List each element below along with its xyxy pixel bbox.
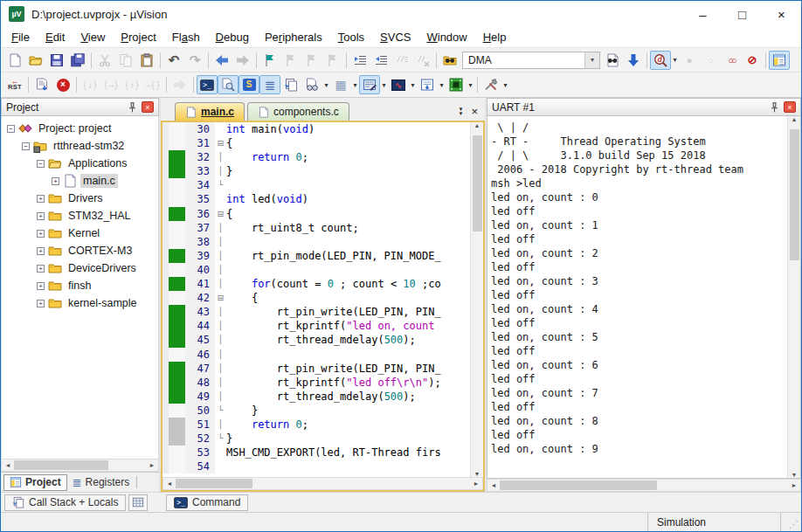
scroll-thumb[interactable] <box>176 479 252 488</box>
system-viewer-dropdown[interactable]: ▾ <box>438 81 446 89</box>
expander-plus-icon[interactable]: + <box>37 195 45 203</box>
close-document-icon[interactable]: × <box>471 106 478 117</box>
window-list-icon[interactable]: ▼▼ <box>458 107 463 115</box>
expander-minus-icon[interactable]: − <box>37 160 45 168</box>
call-stack-window-button[interactable] <box>280 75 301 94</box>
menu-debug[interactable]: Debug <box>208 29 257 45</box>
watch-windows-dropdown[interactable]: ▾ <box>322 81 330 89</box>
uart-hscrollbar[interactable]: ◄ ► <box>487 479 801 492</box>
expander-plus-icon[interactable]: + <box>37 265 45 273</box>
code-line-36[interactable]: 36⊟{ <box>162 207 470 221</box>
code-line-52[interactable]: 52└} <box>162 432 470 446</box>
tree-item-main-c[interactable]: +main.c <box>2 172 158 190</box>
analysis-windows-button[interactable]: ∿ <box>388 75 409 94</box>
outdent-button[interactable] <box>370 51 391 70</box>
bookmark-toggle-button[interactable] <box>259 51 280 70</box>
disassembly-window-toggle[interactable] <box>218 75 239 94</box>
tab-main-c[interactable]: main.c <box>175 102 245 121</box>
code-line-44[interactable]: 44│ rt_kprintf("led on, count <box>162 319 470 333</box>
code-line-53[interactable]: 53MSH_CMD_EXPORT(led, RT-Thread firs <box>162 446 470 459</box>
paste-button[interactable] <box>136 51 157 70</box>
code-line-49[interactable]: 49│ rt_thread_mdelay(500); <box>162 390 470 404</box>
menu-svcs[interactable]: SVCS <box>372 29 418 45</box>
memory-window-tab[interactable] <box>128 494 148 511</box>
registers-window-toggle[interactable]: ≣ <box>259 75 280 94</box>
close-button[interactable]: × <box>762 1 801 27</box>
scroll-up-icon[interactable]: ▲ <box>792 116 798 122</box>
code-line-30[interactable]: 30int main(void) <box>162 122 470 136</box>
code-line-45[interactable]: 45│ rt_thread_mdelay(500); <box>162 333 470 347</box>
code-line-31[interactable]: 31⊟{ <box>162 136 470 150</box>
serial-windows-dropdown[interactable]: ▾ <box>380 81 388 89</box>
tab-call-stack-locals[interactable]: Call Stack + Locals <box>4 494 126 511</box>
kill-all-breakpoints-button[interactable]: ⊘ <box>742 51 763 70</box>
project-tree[interactable]: −Project: project−rtthread-stm32−Applica… <box>1 116 159 459</box>
menu-edit[interactable]: Edit <box>38 29 73 45</box>
code-line-43[interactable]: 43│ rt_pin_write(LED_PIN, PIN_ <box>162 305 470 319</box>
incremental-find-button[interactable] <box>623 51 644 70</box>
target-select-combo[interactable]: DMA ▾ <box>462 52 600 69</box>
expander-minus-icon[interactable]: − <box>7 125 15 133</box>
save-all-button[interactable] <box>67 51 88 70</box>
tab-components-c[interactable]: components.c <box>247 102 349 121</box>
debug-session-dropdown[interactable]: ▾ <box>671 56 679 64</box>
tree-item-applications[interactable]: −Applications <box>2 155 158 172</box>
reset-button[interactable]: ← RST <box>4 75 25 94</box>
scroll-thumb[interactable] <box>790 129 799 260</box>
open-file-button[interactable] <box>25 51 46 70</box>
project-hscrollbar[interactable]: ◄ ► <box>1 459 159 472</box>
code-line-37[interactable]: 37│ rt_uint8_t count; <box>162 221 470 235</box>
scroll-thumb[interactable] <box>14 460 108 470</box>
scroll-left-icon[interactable]: ◄ <box>163 480 176 487</box>
system-viewer-button[interactable] <box>417 75 438 94</box>
find-in-files-doc-button[interactable] <box>602 51 623 70</box>
scroll-right-icon[interactable]: ► <box>788 482 800 488</box>
undo-button[interactable]: ↶ <box>163 51 184 70</box>
scroll-left-icon[interactable]: ◄ <box>2 462 14 468</box>
uart-output[interactable]: \ | /- RT - Thread Operating System / | … <box>487 116 787 478</box>
expander-plus-icon[interactable]: + <box>52 177 59 185</box>
toolbox-dropdown[interactable]: ▾ <box>467 81 474 89</box>
code-line-40[interactable]: 40│ <box>162 263 470 277</box>
editor-hscrollbar[interactable]: ◄ ► <box>162 477 483 490</box>
toolbox-button[interactable] <box>446 75 467 94</box>
expander-plus-icon[interactable]: + <box>37 230 45 238</box>
tree-item-project-project[interactable]: −Project: project <box>2 120 158 137</box>
tree-item-rtthread-stm32[interactable]: −rtthread-stm32 <box>2 137 158 155</box>
code-line-46[interactable]: 46│ <box>162 348 470 362</box>
tree-item-kernel-sample[interactable]: +kernel-sample <box>2 294 158 312</box>
scroll-down-icon[interactable]: ▼ <box>792 472 798 478</box>
tree-item-cortex-m3[interactable]: +CORTEX-M3 <box>2 242 158 259</box>
menu-tools[interactable]: Tools <box>330 29 372 45</box>
scroll-right-icon[interactable]: ► <box>146 462 158 468</box>
save-button[interactable] <box>46 51 67 70</box>
menu-project[interactable]: Project <box>113 29 163 45</box>
scroll-left-icon[interactable]: ◄ <box>487 482 500 488</box>
debug-tools-dropdown[interactable]: ▾ <box>501 81 509 89</box>
disable-all-breakpoints-button[interactable]: ○○ <box>721 51 742 70</box>
tab-project[interactable]: Project <box>3 474 67 491</box>
code-line-38[interactable]: 38│ <box>162 235 470 249</box>
navigate-back-button[interactable] <box>211 51 232 70</box>
menu-peripherals[interactable]: Peripherals <box>257 29 330 45</box>
scroll-down-icon[interactable]: ▼ <box>474 471 481 477</box>
combo-dropdown-icon[interactable]: ▾ <box>584 52 599 68</box>
menu-window[interactable]: Window <box>418 29 474 45</box>
code-line-48[interactable]: 48│ rt_kprintf("led off\r\n"); <box>162 376 470 390</box>
tab-command[interactable]: >_ Command <box>166 494 248 511</box>
code-line-33[interactable]: 33│} <box>162 164 470 178</box>
indent-button[interactable] <box>349 51 370 70</box>
memory-windows-dropdown[interactable]: ▾ <box>351 81 359 89</box>
code-lines[interactable]: 30int main(void)31⊟{32│ return 0;33│}34└… <box>162 122 470 477</box>
uart-vscrollbar[interactable]: ▲ ▼ <box>787 116 800 478</box>
tree-item-kernel[interactable]: +Kernel <box>2 225 158 242</box>
symbols-window-toggle[interactable]: S <box>239 75 259 94</box>
expander-plus-icon[interactable]: + <box>37 212 45 220</box>
menu-flash[interactable]: Flash <box>164 29 208 45</box>
resize-grip-icon[interactable]: ⋰ <box>780 513 801 531</box>
navigate-forward-button[interactable] <box>232 51 253 70</box>
tab-registers[interactable]: ≣ Registers <box>67 474 135 491</box>
new-file-button[interactable] <box>4 51 25 70</box>
code-line-54[interactable]: 54 <box>162 459 470 473</box>
uart-panel-close-icon[interactable]: × <box>784 101 796 113</box>
